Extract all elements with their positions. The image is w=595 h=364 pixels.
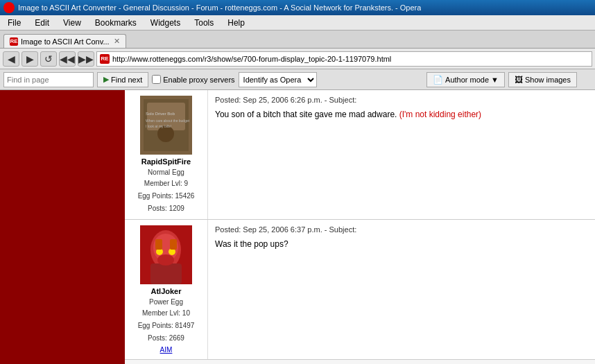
svg-point-15 xyxy=(157,254,174,266)
nav-next-button[interactable]: ▶▶ xyxy=(78,51,94,67)
post-author-2: AtlJoker Power Egg Member Lvl: 10 Egg Po… xyxy=(125,220,208,359)
show-images-icon: 🖼 xyxy=(515,75,523,85)
find-input-wrap xyxy=(3,72,94,87)
menu-widgets[interactable]: Widgets xyxy=(146,17,184,29)
proxy-label: Enable proxy servers xyxy=(152,75,234,84)
nav-back-button[interactable]: ◀ xyxy=(3,51,19,67)
main-area: Solo Driver Bob When care about the budg… xyxy=(0,90,595,364)
author-mode-icon: 📄 xyxy=(433,75,443,85)
menu-view[interactable]: View xyxy=(59,17,85,29)
author-mode-button[interactable]: 📄 Author mode ▼ xyxy=(426,72,505,87)
find-next-button[interactable]: ▶ Find next xyxy=(97,72,148,87)
author-dropdown-icon: ▼ xyxy=(491,76,499,84)
author-posts-1: Posts: 1209 xyxy=(148,204,184,214)
find-next-icon: ▶ xyxy=(103,75,109,84)
identify-select[interactable]: Identify as Opera Identify as Firefox Id… xyxy=(239,72,317,87)
svg-text:When care about the budget: When care about the budget xyxy=(146,119,190,123)
author-eggs-2: Egg Points: 81497 xyxy=(138,321,195,331)
find-bar: ▶ Find next Enable proxy servers Identif… xyxy=(0,69,595,90)
post-text-2: Was it the pop ups? xyxy=(215,238,588,250)
post-meta-2: Posted: Sep 25, 2006 6:37 p.m. - Subject… xyxy=(215,225,588,234)
svg-rect-13 xyxy=(155,239,162,250)
show-images-button[interactable]: 🖼 Show images xyxy=(508,72,577,87)
nav-forward-button[interactable]: ▶ xyxy=(21,51,38,67)
opera-logo-icon xyxy=(3,2,15,13)
proxy-text: Enable proxy servers xyxy=(163,76,234,84)
tab-favicon: RE xyxy=(10,37,18,46)
author-posts-2: Posts: 2669 xyxy=(148,333,184,343)
tab-close-button[interactable]: ✕ xyxy=(114,37,120,46)
post-body-2: Posted: Sep 25, 2006 6:37 p.m. - Subject… xyxy=(208,220,595,359)
forum-post-1: Solo Driver Bob When care about the budg… xyxy=(125,90,595,220)
author-aim-link-2[interactable]: AIM xyxy=(160,346,173,354)
proxy-checkbox[interactable] xyxy=(152,75,161,84)
post-text-1: You son of a bitch that site gave me mad… xyxy=(215,108,588,121)
author-title-1: Normal Egg xyxy=(148,168,184,176)
browser-tab[interactable]: RE Image to ASCII Art Conv... ✕ xyxy=(3,34,126,48)
content-area: Solo Driver Bob When care about the budg… xyxy=(125,90,595,364)
svg-rect-10 xyxy=(150,263,182,284)
avatar-1: Solo Driver Bob When care about the budg… xyxy=(140,96,192,155)
post-body-1: Posted: Sep 25, 2006 6:26 p.m. - Subject… xyxy=(208,90,595,219)
post-text-red-1: (I'm not kidding either) xyxy=(399,110,481,119)
menu-bookmarks[interactable]: Bookmarks xyxy=(91,17,141,29)
menu-help[interactable]: Help xyxy=(223,17,249,29)
url-bar[interactable]: RE http://www.rotteneggs.com/r3/show/se/… xyxy=(96,51,592,67)
svg-text:I look at my bills!: I look at my bills! xyxy=(146,124,171,128)
menu-tools[interactable]: Tools xyxy=(190,17,218,29)
menu-bar: File Edit View Bookmarks Widgets Tools H… xyxy=(0,15,595,31)
tab-label: Image to ASCII Art Conv... xyxy=(21,37,110,46)
author-name-2: AtlJoker xyxy=(150,287,181,295)
sidebar xyxy=(0,90,125,364)
author-member-1: Member Lvl: 9 xyxy=(144,179,188,189)
find-input[interactable] xyxy=(7,76,90,84)
nav-prev-button[interactable]: ◀◀ xyxy=(59,51,76,67)
url-text: http://www.rotteneggs.com/r3/show/se/700… xyxy=(112,55,391,63)
post-author-1: Solo Driver Bob When care about the budg… xyxy=(125,90,208,219)
avatar-2 xyxy=(140,225,192,284)
find-next-label: Find next xyxy=(111,76,142,84)
post-text-main-1: You son of a bitch that site gave me mad… xyxy=(215,110,397,119)
url-favicon: RE xyxy=(100,54,110,64)
menu-file[interactable]: File xyxy=(3,17,25,29)
address-bar: ◀ ▶ ↺ ◀◀ ▶▶ RE http://www.rotteneggs.com… xyxy=(0,49,595,69)
svg-rect-14 xyxy=(170,239,177,250)
tab-bar: RE Image to ASCII Art Conv... ✕ xyxy=(0,31,595,49)
author-eggs-1: Egg Points: 15426 xyxy=(138,191,195,201)
svg-text:Solo Driver Bob: Solo Driver Bob xyxy=(146,112,175,116)
menu-edit[interactable]: Edit xyxy=(31,17,53,29)
author-mode-label: Author mode xyxy=(445,76,489,84)
post-meta-1: Posted: Sep 25, 2006 6:26 p.m. - Subject… xyxy=(215,96,588,104)
author-name-1: RapidSpitFire xyxy=(141,157,191,166)
author-title-2: Power Egg xyxy=(149,298,183,306)
show-images-label: Show images xyxy=(525,76,571,84)
nav-reload-button[interactable]: ↺ xyxy=(40,51,57,67)
title-bar: Image to ASCII Art Converter - General D… xyxy=(0,0,595,15)
forum-post-2: AtlJoker Power Egg Member Lvl: 10 Egg Po… xyxy=(125,220,595,360)
window-title: Image to ASCII Art Converter - General D… xyxy=(18,3,421,12)
author-member-2: Member Lvl: 10 xyxy=(142,309,190,318)
